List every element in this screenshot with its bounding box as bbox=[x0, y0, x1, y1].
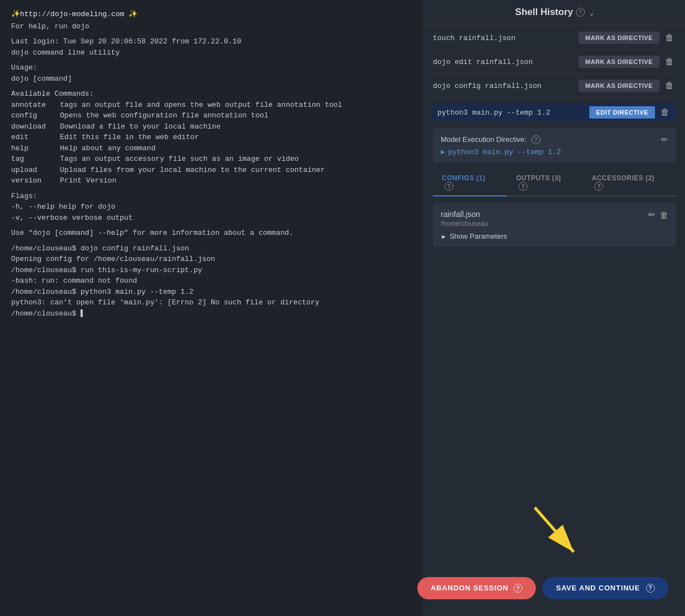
hist-4: -bash: run: command not found bbox=[11, 275, 412, 287]
model-exec-cmd-text: python3 main.py --temp 1.2 bbox=[448, 148, 561, 156]
available-commands-section: Available Commands: annotate tags an out… bbox=[11, 88, 412, 186]
tab-configs[interactable]: CONFIGS (1) ? bbox=[433, 170, 507, 196]
terminal-panel: ✨http://dojo-modeling.com ✨ For help, ru… bbox=[0, 0, 423, 616]
tab-configs-label: CONFIGS bbox=[442, 174, 474, 182]
history-item-4: python3 main.py --temp 1.2 EDIT DIRECTIV… bbox=[433, 104, 676, 121]
abandon-help-icon: ? bbox=[514, 584, 523, 593]
shell-history-header: Shell History ? ⌄ bbox=[424, 0, 685, 25]
use-line: Use "dojo [command] --help" for more inf… bbox=[11, 228, 412, 239]
save-continue-label: SAVE AND CONTINUE bbox=[556, 584, 640, 592]
login-line: Last login: Tue Sep 20 20:06:58 2022 fro… bbox=[11, 36, 412, 47]
cmd-upload: upload Upload files from your local mach… bbox=[11, 165, 412, 176]
hist-5: /home/clouseau$ python3 main.py --temp 1… bbox=[11, 287, 412, 298]
cmd-version: version Print Version bbox=[11, 175, 412, 186]
flags-section: Flags: -h, --help help for dojo -v, --ve… bbox=[11, 191, 412, 224]
hist-7: /home/clouseau$ ▌ bbox=[11, 308, 412, 319]
cmd-config: config Opens the web configuration file … bbox=[11, 110, 412, 121]
abandon-session-button[interactable]: ABANDON SESSION ? bbox=[417, 577, 536, 600]
config-card-actions: ✏ 🗑 bbox=[648, 210, 668, 220]
arrow-annotation bbox=[524, 502, 590, 571]
save-continue-help-icon: ? bbox=[646, 584, 655, 593]
save-continue-button[interactable]: SAVE AND CONTINUE ? bbox=[543, 577, 668, 599]
model-exec-header: Model Execution Directive: ? ✏ bbox=[441, 135, 668, 145]
delete-btn-1[interactable]: 🗑 bbox=[663, 32, 676, 44]
abandon-session-label: ABANDON SESSION bbox=[431, 584, 509, 592]
usage-section: Usage: dojo [command] bbox=[11, 62, 412, 84]
model-exec-section: Model Execution Directive: ? ✏ ► python3… bbox=[433, 128, 676, 163]
config-card-header: rainfall.json /home/clouseau ✏ 🗑 bbox=[441, 210, 668, 228]
tab-outputs-count: 3 bbox=[555, 174, 559, 182]
cmd-edit: edit Edit this file in the web editor bbox=[11, 132, 412, 143]
shell-history-chevron-icon[interactable]: ⌄ bbox=[589, 8, 594, 17]
hist-1: /home/clouseau$ dojo config rainfall.jso… bbox=[11, 243, 412, 254]
tab-outputs[interactable]: OUTPUTS (3) ? bbox=[507, 170, 583, 196]
mark-directive-btn-2[interactable]: MARK AS DIRECTIVE bbox=[579, 56, 659, 68]
show-params-chevron-icon: ► bbox=[441, 233, 447, 240]
history-item-2: dojo edit rainfall.json MARK AS DIRECTIV… bbox=[433, 56, 676, 68]
history-item-3: dojo config rainfall.json MARK AS DIRECT… bbox=[433, 80, 676, 92]
model-exec-value: ► python3 main.py --temp 1.2 bbox=[441, 148, 668, 156]
history-actions-4: EDIT DIRECTIVE 🗑 bbox=[589, 106, 672, 119]
tab-accessories[interactable]: ACCESSORIES (2) ? bbox=[583, 170, 676, 196]
flags-header: Flags: bbox=[11, 191, 412, 202]
show-params-label: Show Parameters bbox=[450, 232, 507, 240]
dojo-link: dojo bbox=[72, 22, 89, 31]
tab-outputs-label: OUTPUTS bbox=[516, 174, 550, 182]
hist-3: /home/clouseau$ run this-is-my-run-scrip… bbox=[11, 265, 412, 276]
cmd-download: download Download a file to your local m… bbox=[11, 121, 412, 132]
tabs-bar: CONFIGS (1) ? OUTPUTS (3) ? ACCESSORIES … bbox=[433, 170, 676, 196]
delete-btn-4[interactable]: 🗑 bbox=[658, 106, 672, 119]
url-line: ✨http://dojo-modeling.com ✨ bbox=[11, 9, 412, 20]
history-actions-3: MARK AS DIRECTIVE 🗑 bbox=[579, 80, 676, 92]
cmd-tag: tag Tags an output accessory file such a… bbox=[11, 154, 412, 165]
history-cmd-1: touch rainfall.json bbox=[433, 34, 579, 42]
shell-history-title: Shell History bbox=[515, 7, 573, 18]
tab-outputs-help-icon[interactable]: ? bbox=[519, 182, 528, 191]
config-delete-btn[interactable]: 🗑 bbox=[660, 210, 668, 220]
mark-directive-btn-1[interactable]: MARK AS DIRECTIVE bbox=[579, 32, 659, 44]
cmd-help: help Help about any command bbox=[11, 143, 412, 154]
available-header: Available Commands: bbox=[11, 88, 412, 100]
sparkle-right: ✨ bbox=[129, 10, 137, 18]
bottom-actions: ABANDON SESSION ? SAVE AND CONTINUE ? bbox=[417, 577, 668, 600]
history-items-list: touch rainfall.json MARK AS DIRECTIVE 🗑 … bbox=[424, 25, 685, 128]
config-info: rainfall.json /home/clouseau bbox=[441, 210, 648, 228]
model-exec-chevron-icon: ► bbox=[441, 149, 445, 156]
show-params-toggle[interactable]: ► Show Parameters bbox=[441, 232, 668, 240]
model-exec-help-icon[interactable]: ? bbox=[531, 135, 540, 144]
shell-history-help-icon[interactable]: ? bbox=[576, 8, 585, 17]
configs-content: rainfall.json /home/clouseau ✏ 🗑 ► Show … bbox=[424, 196, 685, 254]
mark-directive-btn-3[interactable]: MARK AS DIRECTIVE bbox=[579, 80, 659, 92]
utility-line: dojo command line utility bbox=[11, 47, 412, 58]
edit-directive-btn-4[interactable]: EDIT DIRECTIVE bbox=[589, 106, 655, 119]
cmd-annotate: annotate tags an output file and opens t… bbox=[11, 100, 412, 111]
tab-accessories-label: ACCESSORIES bbox=[592, 174, 643, 182]
delete-btn-2[interactable]: 🗑 bbox=[663, 56, 676, 68]
model-exec-label: Model Execution Directive: ? bbox=[441, 135, 540, 145]
model-exec-edit-btn[interactable]: ✏ bbox=[661, 135, 668, 145]
history-item-1: touch rainfall.json MARK AS DIRECTIVE 🗑 bbox=[433, 32, 676, 44]
history-actions-1: MARK AS DIRECTIVE 🗑 bbox=[579, 32, 676, 44]
config-edit-btn[interactable]: ✏ bbox=[648, 210, 656, 220]
url-text: http://dojo-modeling.com bbox=[20, 10, 124, 18]
divider-2 bbox=[433, 73, 676, 74]
tab-accessories-count: 2 bbox=[648, 174, 652, 182]
tab-accessories-help-icon[interactable]: ? bbox=[594, 182, 603, 191]
tab-configs-help-icon[interactable]: ? bbox=[445, 182, 454, 191]
flag-verbose: -v, --verbose verbose output bbox=[11, 213, 412, 224]
history-cmd-2: dojo edit rainfall.json bbox=[433, 58, 579, 66]
hist-6: python3: can't open file 'main.py': [Err… bbox=[11, 297, 412, 308]
delete-btn-3[interactable]: 🗑 bbox=[663, 80, 676, 92]
hist-2: Opening config for /home/clouseau/rainfa… bbox=[11, 254, 412, 265]
history-cmd-4: python3 main.py --temp 1.2 bbox=[437, 109, 589, 117]
history-actions-2: MARK AS DIRECTIVE 🗑 bbox=[579, 56, 676, 68]
tab-configs-count: 1 bbox=[479, 174, 483, 182]
sparkle-left: ✨ bbox=[11, 10, 20, 18]
usage-cmd: dojo [command] bbox=[11, 73, 412, 85]
divider-1 bbox=[433, 50, 676, 50]
help-line: For help, run dojo bbox=[11, 21, 412, 32]
flag-help: -h, --help help for dojo bbox=[11, 201, 412, 213]
config-card: rainfall.json /home/clouseau ✏ 🗑 ► Show … bbox=[433, 203, 676, 247]
svg-line-1 bbox=[535, 507, 574, 552]
terminal-history: /home/clouseau$ dojo config rainfall.jso… bbox=[11, 243, 412, 319]
